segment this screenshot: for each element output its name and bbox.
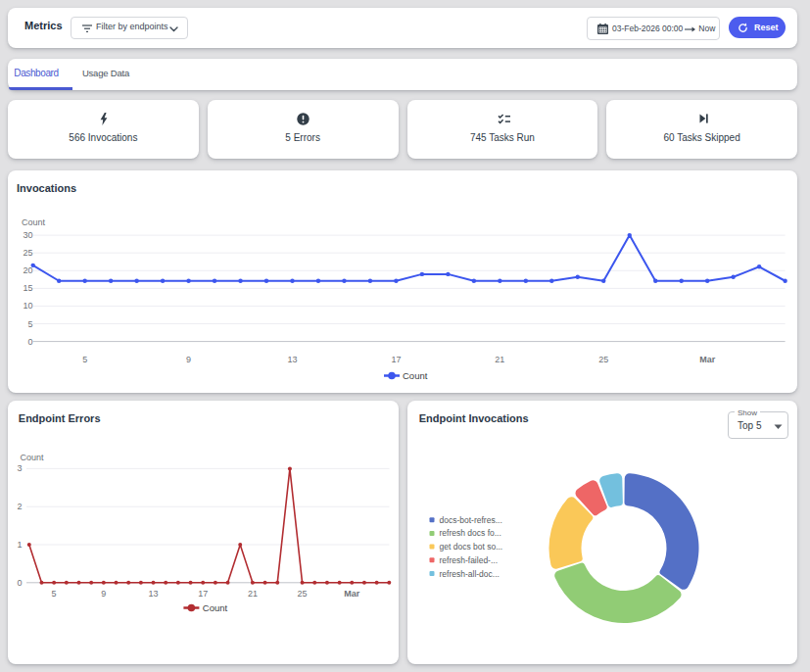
svg-text:refresh-all-doc...: refresh-all-doc... — [439, 569, 499, 579]
svg-text:Count: Count — [21, 453, 45, 462]
svg-text:25: 25 — [23, 248, 32, 258]
svg-text:17: 17 — [198, 589, 208, 599]
svg-text:13: 13 — [148, 589, 158, 599]
svg-text:0: 0 — [17, 578, 22, 588]
svg-text:15: 15 — [23, 283, 32, 293]
svg-text:docs-bot-refres...: docs-bot-refres... — [439, 515, 501, 525]
svg-text:Mar: Mar — [344, 589, 360, 599]
svg-text:refresh-failed-...: refresh-failed-... — [439, 555, 498, 565]
svg-text:21: 21 — [248, 589, 258, 599]
svg-text:5: 5 — [52, 589, 57, 599]
svg-text:Count: Count — [22, 217, 46, 227]
svg-text:1: 1 — [17, 540, 22, 550]
svg-text:get docs bot so...: get docs bot so... — [439, 542, 502, 552]
svg-text:5: 5 — [27, 319, 32, 329]
svg-text:25: 25 — [298, 589, 308, 599]
svg-text:Mar: Mar — [699, 355, 716, 364]
svg-text:2: 2 — [17, 502, 22, 511]
svg-text:30: 30 — [23, 230, 32, 240]
svg-text:refresh docs fo...: refresh docs fo... — [439, 528, 500, 538]
svg-text:9: 9 — [186, 355, 191, 364]
svg-text:17: 17 — [391, 355, 401, 364]
svg-text:5: 5 — [82, 355, 87, 364]
svg-text:25: 25 — [598, 355, 608, 364]
svg-text:10: 10 — [23, 301, 32, 311]
svg-text:3: 3 — [17, 463, 22, 473]
svg-text:20: 20 — [23, 265, 32, 275]
svg-text:13: 13 — [287, 355, 297, 364]
svg-text:0: 0 — [27, 337, 32, 347]
svg-text:9: 9 — [101, 589, 106, 599]
svg-text:Count: Count — [203, 602, 228, 613]
svg-text:Count: Count — [403, 370, 428, 381]
svg-text:21: 21 — [495, 355, 504, 364]
